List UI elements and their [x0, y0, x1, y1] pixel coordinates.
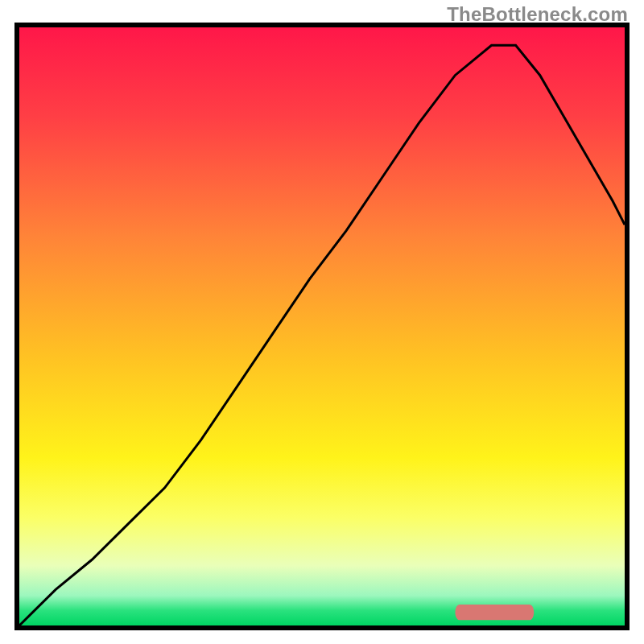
plot-frame	[14, 23, 630, 630]
gradient-background	[19, 27, 625, 625]
plot-svg	[19, 27, 625, 625]
chart-container: TheBottleneck.com	[0, 0, 644, 644]
optimal-range-marker	[455, 605, 534, 620]
